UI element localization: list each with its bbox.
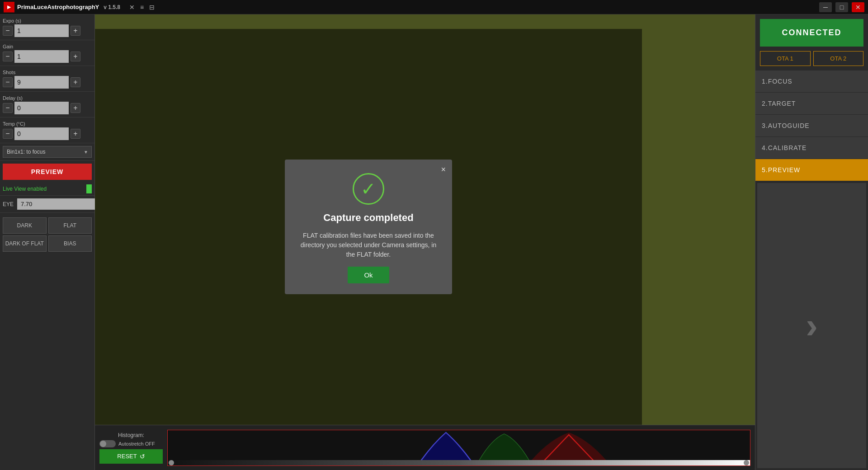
autostretch-row: Autostretch OFF [99,440,163,447]
gain-input[interactable] [14,50,69,63]
play-logo: ▶ [4,2,14,13]
modal-ok-button[interactable]: Ok [348,267,389,283]
window-controls: ─ □ ✕ [819,0,864,14]
expo-param: Expo (s) − + [0,14,94,40]
nav-arrow[interactable]: › [757,183,866,468]
histogram-chart [167,430,750,466]
histogram-right-handle[interactable] [744,460,749,465]
title-icons: ✕ ≡ ⊟ [129,4,155,11]
shots-plus-button[interactable]: + [71,77,80,87]
app-title: PrimaLuceAstrophotographY [17,4,99,10]
dark-button[interactable]: DARK [3,217,47,234]
nav-preview[interactable]: 5.PREVIEW [755,159,868,181]
main-layout: Expo (s) − + Gain − + Shots [0,14,868,470]
dark-of-flat-button[interactable]: DARK OF FLAT [3,235,47,252]
right-panel: CONNECTED OTA 1 OTA 2 1.FOCUS 2.TARGET 3… [755,14,868,470]
temp-plus-button[interactable]: + [71,129,80,139]
reset-button[interactable]: RESET ↺ [99,449,163,464]
modal-overlay: × ✓ Capture completed FLAT calibration f… [95,29,642,425]
modal-title: Capture completed [323,212,413,224]
delay-plus-button[interactable]: + [71,103,80,113]
temp-label: Temp (°C) [3,121,25,127]
expo-label: Expo (s) [3,18,21,24]
image-view: × ✓ Capture completed FLAT calibration f… [95,14,755,425]
ota1-button[interactable]: OTA 1 [760,51,811,66]
reset-label: RESET [117,453,137,460]
bias-button[interactable]: BIAS [48,235,92,252]
save-icon[interactable]: ⊟ [149,4,155,11]
shots-label: Shots [3,70,15,75]
histogram-label: Histogram: [99,432,163,438]
nav-autoguide[interactable]: 3.AUTOGUIDE [755,115,868,137]
autostretch-label: Autostretch OFF [118,441,155,446]
modal-dialog: × ✓ Capture completed FLAT calibration f… [285,160,452,294]
gain-param: Gain − + [0,40,94,66]
expo-input[interactable] [14,24,69,37]
nav-target[interactable]: 2.TARGET [755,93,868,115]
modal-close-button[interactable]: × [441,165,446,174]
minimize-button[interactable]: ─ [819,2,832,12]
left-panel: Expo (s) − + Gain − + Shots [0,14,95,470]
close-button[interactable]: ✕ [852,2,864,12]
histogram-left-handle[interactable] [169,460,174,465]
delay-label: Delay (s) [3,95,23,101]
delay-minus-button[interactable]: − [3,103,13,113]
crosshair-icon[interactable]: ✕ [129,4,135,11]
gain-minus-button[interactable]: − [3,52,13,61]
eye-row: EYE [0,196,94,213]
delay-param: Delay (s) − + [0,92,94,118]
temp-param: Temp (°C) − + [0,118,94,143]
calib-grid: DARK FLAT DARK OF FLAT BIAS [0,215,94,254]
reset-icon: ↺ [140,453,145,460]
bottom-bar: Histogram: Autostretch OFF RESET ↺ [95,425,755,470]
success-icon: ✓ [353,173,384,205]
nav-focus[interactable]: 1.FOCUS [755,70,868,93]
histogram-svg [168,430,750,462]
nav-calibrate[interactable]: 4.CALIBRATE [755,137,868,159]
gain-plus-button[interactable]: + [71,52,80,61]
ota2-button[interactable]: OTA 2 [813,51,864,66]
delay-input[interactable] [14,102,69,114]
histogram-controls: Histogram: Autostretch OFF RESET ↺ [99,432,163,464]
eye-input[interactable] [17,198,100,210]
flat-button[interactable]: FLAT [48,217,92,234]
temp-minus-button[interactable]: − [3,129,13,139]
shots-param: Shots − + [0,66,94,92]
histogram-slider-track [168,460,750,465]
expo-minus-button[interactable]: − [3,26,13,36]
gain-label: Gain [3,44,13,49]
center-area: × ✓ Capture completed FLAT calibration f… [95,14,755,470]
preview-button[interactable]: PREVIEW [3,164,92,180]
expo-plus-button[interactable]: + [71,26,80,36]
sliders-icon[interactable]: ≡ [140,4,144,11]
autostretch-toggle[interactable] [99,440,116,447]
toggle-knob [100,441,106,447]
temp-input[interactable] [14,127,69,140]
bin-select[interactable]: Bin1x1: to focus Bin2x2: to focus Bin1x1… [3,146,92,158]
app-logo: ▶ PrimaLuceAstrophotographY v 1.5.8 [4,2,120,13]
shots-input[interactable] [14,76,69,89]
live-view-row: Live View enabled [0,183,94,196]
shots-minus-button[interactable]: − [3,77,13,87]
titlebar: ▶ PrimaLuceAstrophotographY v 1.5.8 ✕ ≡ … [0,0,868,14]
live-view-label: Live View enabled [3,186,47,192]
ota-row: OTA 1 OTA 2 [755,51,868,70]
live-view-indicator [86,184,92,193]
eye-label: EYE [3,201,14,207]
app-version: v 1.5.8 [104,4,120,10]
bin-dropdown-row: Bin1x1: to focus Bin2x2: to focus Bin1x1… [0,143,94,161]
arrow-right-icon: › [806,305,818,347]
modal-body: FLAT calibration files have been saved i… [298,231,439,259]
connected-button[interactable]: CONNECTED [760,19,863,47]
maximize-button[interactable]: □ [835,2,848,12]
